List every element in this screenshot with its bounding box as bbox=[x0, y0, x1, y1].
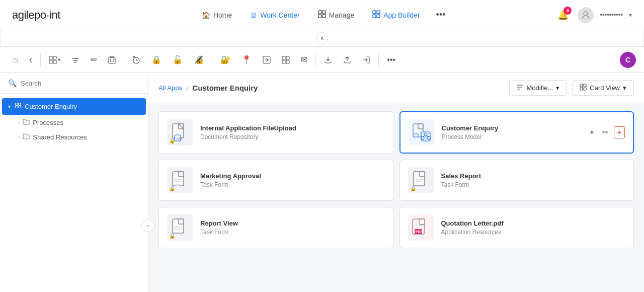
notification-button[interactable]: 🔔 0 bbox=[554, 7, 572, 24]
card-info-report-view: Report View Task Form bbox=[200, 220, 385, 236]
toolbar-email-button[interactable]: ✉ bbox=[296, 52, 312, 67]
collapse-nav-button[interactable]: ∧ bbox=[316, 32, 328, 44]
card-edit-button[interactable]: ✏ bbox=[600, 126, 611, 139]
svg-rect-34 bbox=[584, 88, 586, 90]
user-menu-chevron[interactable]: ▾ bbox=[629, 12, 632, 19]
nav-manage[interactable]: Manage bbox=[310, 6, 363, 24]
card-sales-report[interactable]: 🔒 Sales Report Task Form bbox=[399, 160, 634, 201]
nav-workcenter[interactable]: 🖥 Work Center bbox=[242, 7, 307, 23]
card-settings-button[interactable]: ✦ bbox=[587, 126, 597, 139]
svg-rect-25 bbox=[286, 60, 289, 63]
toolbar-back-button[interactable]: ‹ bbox=[24, 51, 38, 68]
toolbar-signin-button[interactable] bbox=[357, 53, 375, 67]
toolbar-export-button[interactable] bbox=[338, 53, 356, 67]
sidebar-children: › Processes › Shared Resources bbox=[0, 115, 148, 144]
card-subtitle-marketing-approval: Task Form bbox=[200, 181, 385, 188]
nav-home[interactable]: 🏠 Home bbox=[194, 7, 240, 23]
card-title-customer-enquiry: Customer Enquiry bbox=[442, 124, 580, 132]
child-chevron-icon: › bbox=[18, 120, 20, 125]
sort-label: Modifie... bbox=[527, 84, 553, 92]
search-input[interactable] bbox=[21, 80, 140, 87]
toolbar-separator-2 bbox=[124, 53, 124, 67]
view-toggle-button[interactable]: Card View ▾ bbox=[572, 80, 634, 96]
card-info-customer-enquiry: Customer Enquiry Process Model bbox=[442, 124, 580, 140]
svg-rect-54 bbox=[179, 219, 184, 224]
main-layout: 🔍 ▾ Customer Enquiry › Processes bbox=[0, 73, 644, 292]
toolbar-delete-button[interactable] bbox=[103, 53, 121, 67]
sort-chevron-icon: ▾ bbox=[556, 84, 559, 92]
view-icon bbox=[580, 84, 587, 92]
card-info-sales-report: Sales Report Task Form bbox=[441, 172, 626, 188]
breadcrumb-separator: › bbox=[186, 84, 188, 92]
header-right: Modifie... ▾ Card View ▾ bbox=[509, 80, 634, 96]
sidebar-item-customer-enquiry[interactable]: ▾ Customer Enquiry bbox=[2, 98, 146, 115]
sidebar-tree: ▾ Customer Enquiry › Processes › bbox=[0, 94, 148, 292]
card-subtitle-customer-enquiry: Process Model bbox=[442, 133, 580, 140]
svg-rect-49 bbox=[179, 172, 184, 177]
tree-chevron-icon: ▾ bbox=[8, 104, 11, 109]
nav-collapse-strip: ∧ bbox=[0, 30, 644, 47]
card-quotation-letter[interactable]: PDF Quotation Letter.pdf Application Res… bbox=[399, 207, 634, 248]
toolbar-separator-1 bbox=[40, 53, 41, 67]
toolbar-separator-4 bbox=[315, 53, 316, 67]
card-title-internal-app: Internal Application FileUpload bbox=[200, 124, 385, 132]
toolbar-more-button[interactable]: ••• bbox=[382, 52, 400, 67]
svg-rect-16 bbox=[109, 57, 115, 63]
svg-rect-33 bbox=[580, 88, 583, 90]
breadcrumb-allApps-link[interactable]: All Apps bbox=[158, 84, 182, 92]
card-internal-app[interactable]: </> 🔒 Internal Application FileUpload Do… bbox=[158, 111, 393, 154]
sidebar-item-processes[interactable]: › Processes bbox=[12, 115, 148, 130]
toolbar-grid-button[interactable] bbox=[277, 53, 295, 67]
card-subtitle-sales-report: Task Form bbox=[441, 181, 626, 188]
folder-icon bbox=[23, 119, 30, 126]
user-avatar bbox=[578, 7, 594, 23]
toolbar-separator-3 bbox=[212, 53, 212, 67]
card-icon-customer-enquiry bbox=[409, 119, 435, 145]
card-icon-report-view: 🔒 bbox=[167, 214, 193, 241]
svg-rect-47 bbox=[413, 134, 418, 137]
card-add-button[interactable]: + bbox=[614, 126, 625, 138]
content-header: All Apps › Customer Enquiry Modifie... ▾… bbox=[148, 73, 644, 103]
sidebar-item-shared-resources[interactable]: › Shared Resources bbox=[12, 130, 148, 144]
sort-filter-button[interactable]: Modifie... ▾ bbox=[509, 80, 568, 96]
svg-rect-40 bbox=[418, 124, 423, 129]
logo: agilepo·int bbox=[12, 9, 60, 22]
toolbar-filter-button[interactable] bbox=[66, 53, 85, 67]
svg-rect-12 bbox=[53, 60, 56, 63]
svg-rect-1 bbox=[323, 11, 326, 14]
svg-rect-50 bbox=[175, 184, 180, 186]
nav-appbuilder[interactable]: App Builder bbox=[364, 6, 428, 24]
svg-rect-4 bbox=[373, 11, 376, 14]
top-nav: agilepo·int 🏠 Home 🖥 Work Center Manage … bbox=[0, 0, 644, 30]
svg-rect-23 bbox=[286, 56, 289, 59]
notification-badge: 0 bbox=[564, 7, 572, 15]
toolbar-new-button[interactable]: ▾ bbox=[44, 53, 65, 67]
toolbar-unlock-button[interactable]: 🔓 bbox=[168, 52, 188, 67]
toolbar-edit-button[interactable]: ✏ bbox=[86, 52, 102, 67]
lock-icon-4: 🔒 bbox=[169, 233, 175, 239]
toolbar-lock-button[interactable]: 🔒 bbox=[146, 52, 167, 67]
card-title-quotation-letter: Quotation Letter.pdf bbox=[441, 220, 626, 227]
lock-icon-2: 🔒 bbox=[169, 186, 175, 191]
sidebar: 🔍 ▾ Customer Enquiry › Processes bbox=[0, 73, 148, 292]
card-report-view[interactable]: 🔒 Report View Task Form bbox=[158, 207, 393, 248]
nav-more-button[interactable]: ••• bbox=[430, 6, 452, 24]
card-icon-internal-app: </> 🔒 bbox=[167, 119, 193, 145]
card-customer-enquiry[interactable]: Customer Enquiry Process Model ✦ ✏ + bbox=[399, 111, 634, 154]
toolbar-user-icon: C bbox=[620, 52, 636, 68]
svg-rect-7 bbox=[377, 15, 380, 18]
toolbar-protect-button[interactable]: 🔐 bbox=[215, 52, 235, 67]
sidebar-collapse-button[interactable]: ‹ bbox=[141, 219, 154, 232]
toolbar-history-button[interactable] bbox=[127, 53, 145, 67]
toolbar-import-button[interactable] bbox=[319, 53, 337, 67]
card-info-internal-app: Internal Application FileUpload Document… bbox=[200, 124, 385, 140]
card-title-marketing-approval: Marketing Approval bbox=[200, 172, 385, 180]
toolbar-share1-button[interactable] bbox=[258, 53, 276, 67]
child-chevron-icon-2: › bbox=[18, 134, 20, 140]
svg-rect-0 bbox=[318, 11, 321, 14]
toolbar-location-button[interactable]: 📍 bbox=[236, 52, 257, 67]
toolbar-lock2-button[interactable]: 🔏 bbox=[189, 52, 209, 67]
toolbar-home-button[interactable]: ⌂ bbox=[8, 52, 23, 67]
card-marketing-approval[interactable]: 🔒 Marketing Approval Task Form bbox=[158, 160, 393, 201]
card-grid: </> 🔒 Internal Application FileUpload Do… bbox=[148, 103, 644, 256]
